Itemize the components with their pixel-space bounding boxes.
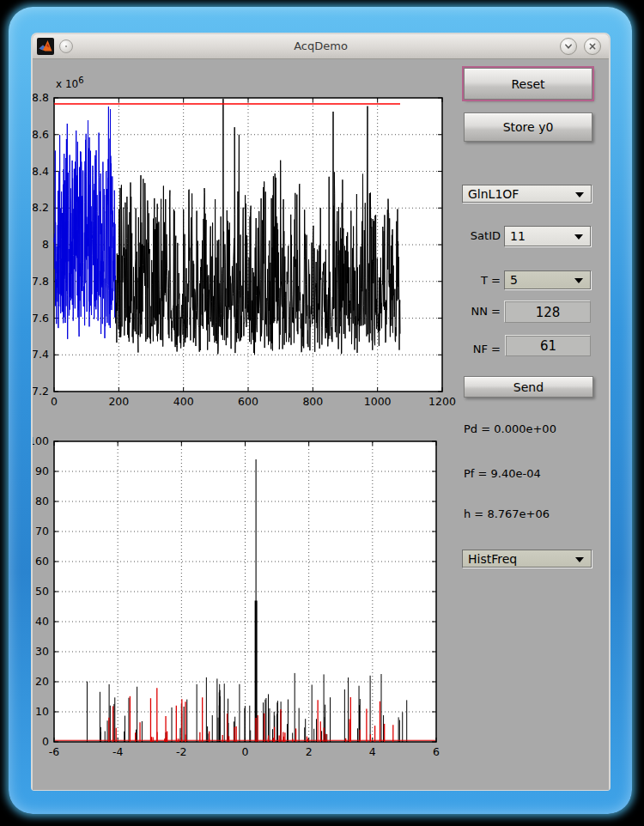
nf-input[interactable]: 61 <box>506 336 591 356</box>
y-tick-label: 8.8 <box>33 91 49 104</box>
nf-label: NF = <box>432 343 501 355</box>
x-tick-label: 0 <box>51 395 58 408</box>
minimize-button[interactable] <box>560 38 577 55</box>
y-tick-label: 60 <box>35 555 49 568</box>
x-tick-label: 6 <box>433 745 440 758</box>
x-tick-label: 0 <box>242 745 249 758</box>
x-tick-label: -6 <box>49 745 60 758</box>
x-tick-label: 1000 <box>364 395 392 408</box>
t-label: T = <box>432 274 501 287</box>
signal-type-value: GlnL1OF <box>468 187 519 201</box>
close-button[interactable] <box>584 38 601 55</box>
store-y0-button[interactable]: Store y0 <box>464 112 592 142</box>
close-icon <box>585 39 600 54</box>
x-tick-label: 400 <box>173 395 194 408</box>
y-tick-label: 50 <box>35 585 49 598</box>
y-tick-label: 8.2 <box>33 201 49 214</box>
x-tick-label: 800 <box>302 395 323 408</box>
y-tick-label: 7.6 <box>33 312 49 325</box>
signal-plot: 0200400600800100012007.27.47.67.888.28.4… <box>33 76 496 420</box>
y-tick-label: 100 <box>33 434 49 447</box>
y-tick-label: 8.6 <box>33 128 49 141</box>
client-area: x 106 0200400600800100012007.27.47.67.88… <box>33 59 609 790</box>
x-tick-label: 200 <box>108 395 129 408</box>
nn-label: NN = <box>432 305 501 318</box>
send-button[interactable]: Send <box>464 376 593 398</box>
satid-label: SatID <box>432 229 501 242</box>
y-tick-label: 0 <box>42 735 49 748</box>
histogram-plot: -6-4-202460102030405060708090100 <box>33 427 496 770</box>
satid-select[interactable]: 11 <box>504 226 591 246</box>
y-tick-label: 70 <box>35 525 49 538</box>
x-tick-label: 600 <box>238 395 258 408</box>
t-value: 5 <box>510 273 518 287</box>
window-title: AcqDemo <box>33 34 609 58</box>
chevron-down-icon <box>575 557 584 562</box>
nn-input[interactable]: 128 <box>505 301 591 323</box>
x-tick-label: 1200 <box>428 395 456 408</box>
y-tick-label: 90 <box>35 465 49 477</box>
y-tick-label: 10 <box>35 705 49 718</box>
chevron-down-icon <box>574 278 583 283</box>
chevron-down-icon <box>574 234 583 240</box>
y-tick-label: 30 <box>35 645 49 658</box>
signal-type-select[interactable]: GlnL1OF <box>462 185 592 203</box>
x-tick-label: -4 <box>112 745 124 758</box>
pd-value-text: Pd = 0.000e+00 <box>464 422 556 435</box>
t-select[interactable]: 5 <box>504 270 591 289</box>
hist-mode-select[interactable]: HistFreq <box>462 550 592 568</box>
y-tick-label: 20 <box>35 675 49 688</box>
chevron-down-icon <box>561 39 576 54</box>
y-tick-label: 7.8 <box>33 275 49 288</box>
satid-value: 11 <box>510 229 526 243</box>
x-tick-label: -2 <box>176 745 186 758</box>
pf-value-text: Pf = 9.40e-04 <box>464 467 541 480</box>
h-value-text: h = 8.767e+06 <box>464 507 550 520</box>
chevron-down-icon <box>575 192 584 197</box>
x-tick-label: 4 <box>369 745 376 758</box>
y-tick-label: 8.4 <box>33 165 49 178</box>
hist-mode-value: HistFreq <box>468 552 517 566</box>
app-window: AcqDemo x 106 0200400600800100012007.27.… <box>31 33 611 791</box>
x-tick-label: 2 <box>306 745 313 758</box>
y-tick-label: 80 <box>35 495 49 507</box>
y-tick-label: 7.4 <box>33 348 49 361</box>
window-glow-frame: AcqDemo x 106 0200400600800100012007.27.… <box>9 7 632 814</box>
y-tick-label: 7.2 <box>33 385 49 398</box>
titlebar[interactable]: AcqDemo <box>33 34 609 59</box>
reset-button[interactable]: Reset <box>464 68 592 100</box>
y-tick-label: 8 <box>42 238 49 251</box>
y-tick-label: 40 <box>35 615 49 628</box>
